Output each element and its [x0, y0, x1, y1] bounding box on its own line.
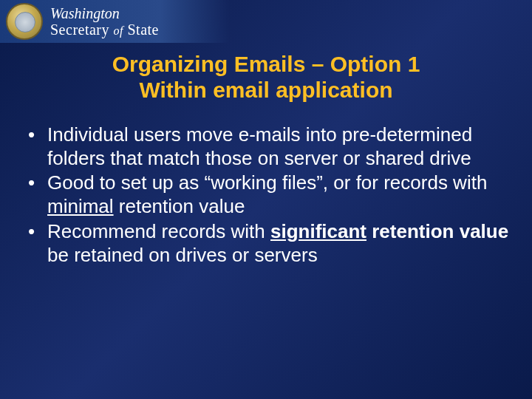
- title-line-2: Within email application: [139, 78, 392, 102]
- header-office: Secretary of State: [50, 22, 159, 37]
- bullet-text-underline-bold: significant: [270, 220, 366, 242]
- list-item: Individual users move e-mails into pre-d…: [22, 123, 510, 170]
- bullet-text-part: retention value: [114, 195, 245, 217]
- list-item: Good to set up as “working files”, or fo…: [22, 171, 510, 218]
- header-text: Washington Secretary of State: [50, 6, 159, 37]
- bullet-text-part: Recommend records with: [47, 220, 270, 242]
- header-bar: Washington Secretary of State: [0, 0, 229, 43]
- title-line-1: Organizing Emails – Option 1: [112, 52, 420, 76]
- slide-title: Organizing Emails – Option 1 Within emai…: [0, 52, 532, 103]
- list-item: Recommend records with significant reten…: [22, 220, 510, 267]
- slide-body: Individual users move e-mails into pre-d…: [0, 103, 532, 267]
- header-state: Washington: [50, 6, 159, 21]
- bullet-text-part: Good to set up as “working files”, or fo…: [47, 171, 487, 194]
- bullet-text: Individual users move e-mails into pre-d…: [47, 123, 472, 169]
- bullet-list: Individual users move e-mails into pre-d…: [22, 123, 510, 267]
- bullet-text-underline: minimal: [47, 195, 114, 217]
- bullet-text-part: be retained on drives or servers: [47, 244, 318, 266]
- bullet-text-bold: retention value: [366, 220, 508, 242]
- state-seal-icon: [6, 3, 43, 40]
